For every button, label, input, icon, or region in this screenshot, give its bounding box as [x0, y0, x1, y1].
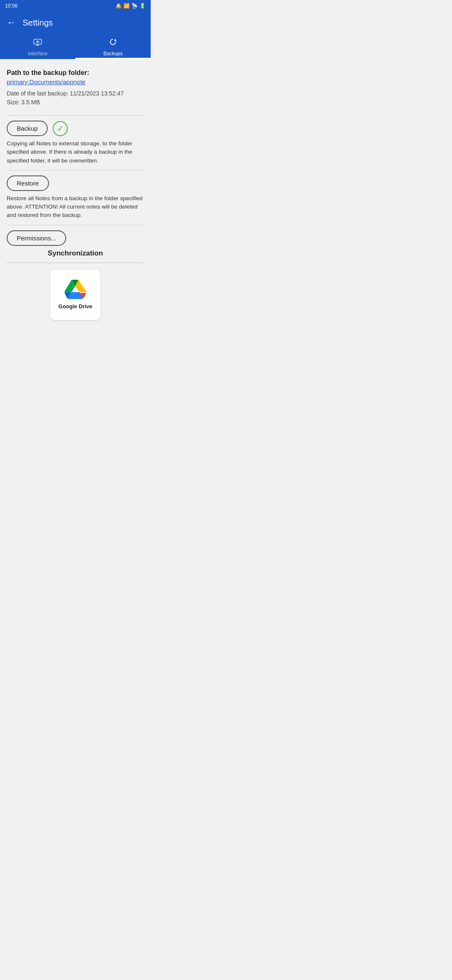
permissions-button[interactable]: Permissions... — [7, 230, 66, 246]
google-drive-label: Google Drive — [59, 303, 92, 309]
backup-row: Backup ✓ — [7, 121, 144, 136]
last-backup-label: Date of the last backup: 11/21/2023 13:5… — [7, 90, 123, 97]
interface-tab-icon — [33, 38, 42, 49]
size-label: Size: 3.5 MB — [7, 99, 40, 106]
permissions-row: Permissions... — [7, 230, 144, 246]
backup-description: Copying all Notes to external storage, t… — [7, 139, 144, 165]
sync-cards: Google Drive — [7, 270, 144, 320]
tab-backups-label: Backups — [103, 51, 123, 57]
tab-interface[interactable]: Interface — [0, 34, 75, 59]
path-link[interactable]: primary:Documents/appnote — [7, 78, 85, 85]
google-drive-card[interactable]: Google Drive — [50, 270, 100, 320]
status-time: 10:56 — [5, 3, 18, 9]
sync-section: Synchronization Google Drive — [7, 249, 144, 320]
tab-interface-label: Interface — [28, 51, 48, 57]
app-bar-title: Settings — [23, 18, 53, 28]
backup-success-icon: ✓ — [53, 121, 68, 136]
tabs-bar: Interface Backups — [0, 34, 151, 59]
app-bar: ← Settings — [0, 12, 151, 34]
restore-button[interactable]: Restore — [7, 175, 49, 191]
notification-icon: 🔔 — [116, 3, 122, 9]
backups-tab-icon — [108, 38, 118, 49]
status-icons: 🔔 📶 📡 🔋 — [116, 3, 146, 9]
divider-3 — [7, 225, 144, 225]
sync-title: Synchronization — [7, 249, 144, 258]
restore-description: Restore all Notes from a backup in the f… — [7, 194, 144, 220]
divider-1 — [7, 115, 144, 116]
battery-icon: 🔋 — [139, 3, 146, 9]
status-bar: 10:56 🔔 📶 📡 🔋 — [0, 0, 151, 12]
wifi-icon: 📡 — [131, 3, 138, 9]
signal-icon: 📶 — [123, 3, 130, 9]
path-section: Path to the backup folder: primary:Docum… — [7, 66, 144, 110]
backup-button[interactable]: Backup — [7, 121, 48, 136]
divider-2 — [7, 170, 144, 170]
main-content: Path to the backup folder: primary:Docum… — [0, 59, 151, 327]
path-title: Path to the backup folder: — [7, 69, 144, 77]
restore-row: Restore — [7, 175, 144, 191]
google-drive-icon — [64, 280, 86, 299]
svg-point-2 — [37, 41, 38, 42]
tab-backups[interactable]: Backups — [75, 34, 151, 59]
last-backup-info: Date of the last backup: 11/21/2023 13:5… — [7, 89, 144, 107]
sync-divider — [7, 263, 144, 263]
back-button[interactable]: ← — [7, 17, 16, 28]
